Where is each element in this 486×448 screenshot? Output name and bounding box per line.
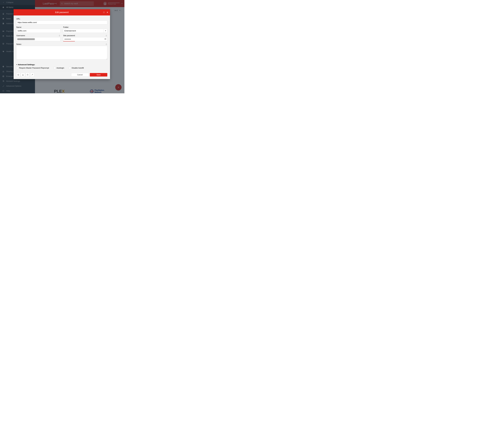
username-label: Username: (16, 34, 25, 37)
star-icon (17, 74, 19, 76)
tools-button[interactable] (30, 73, 34, 77)
folder-dropdown-button[interactable] (104, 29, 107, 33)
folder-field[interactable] (63, 29, 104, 33)
share-button[interactable] (21, 73, 25, 77)
advanced-settings-label: Advanced Settings: (18, 64, 35, 66)
svg-point-10 (23, 74, 23, 75)
dialog-footer: Cancel Save (14, 71, 110, 79)
disable-autofill-checkbox[interactable]: Disable Autofill (69, 67, 84, 69)
checkbox-label: Disable Autofill (72, 67, 84, 69)
person-icon (22, 74, 24, 76)
name-field[interactable] (16, 29, 60, 33)
folder-label: Folder: (63, 26, 107, 28)
dialog-title: Edit password (55, 11, 69, 14)
cancel-button[interactable]: Cancel (71, 73, 89, 77)
chevron-down-icon (105, 31, 106, 31)
expand-icon[interactable] (103, 11, 105, 13)
trash-icon (27, 74, 29, 76)
history-icon[interactable] (105, 43, 107, 46)
url-label: URL: (16, 18, 107, 20)
save-button[interactable]: Save (90, 73, 107, 77)
url-field[interactable] (16, 21, 107, 24)
password-field[interactable] (63, 37, 107, 41)
history-icon[interactable] (59, 35, 60, 37)
delete-button[interactable] (26, 73, 30, 77)
autologin-checkbox[interactable]: Autologin (54, 67, 64, 69)
history-icon[interactable] (105, 35, 107, 37)
checkbox-label: Require Master Password Reprompt (19, 67, 49, 69)
checkbox-label: Autologin (56, 67, 64, 69)
wrench-icon (31, 74, 33, 76)
show-password-button[interactable] (104, 38, 106, 40)
notes-field[interactable] (16, 46, 107, 59)
reprompt-checkbox[interactable]: Require Master Password Reprompt (16, 67, 49, 69)
name-label: Name: (16, 26, 60, 28)
redacted-content (17, 38, 35, 40)
close-icon[interactable] (106, 11, 108, 13)
notes-label: Notes: (16, 43, 22, 45)
password-label: Site password: (63, 34, 75, 37)
advanced-settings-toggle[interactable]: Advanced Settings: (16, 64, 107, 66)
checkbox-icon (16, 67, 18, 69)
checkbox-icon (54, 67, 56, 69)
edit-password-dialog: Edit password URL: Name: Folder: (14, 9, 110, 79)
favorite-button[interactable] (16, 73, 20, 77)
caret-down-icon (16, 64, 17, 65)
checkbox-icon (69, 67, 71, 69)
dialog-header: Edit password (14, 9, 110, 16)
